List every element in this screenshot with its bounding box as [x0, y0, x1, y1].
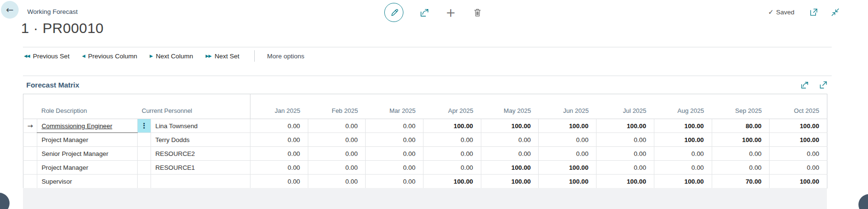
- forecast-value-cell[interactable]: 0.00: [366, 175, 423, 188]
- delete-button[interactable]: [471, 3, 484, 22]
- forecast-value-cell[interactable]: 0.00: [308, 133, 366, 147]
- forecast-value-cell[interactable]: 0.00: [423, 133, 481, 147]
- forecast-value-cell[interactable]: 0.00: [539, 133, 597, 147]
- column-header-oct-2025: Oct 2025: [770, 94, 827, 119]
- column-header-current-personnel: Current Personnel: [138, 94, 250, 119]
- forecast-value-cell[interactable]: 80.00: [712, 119, 770, 133]
- next-record-button[interactable]: [858, 194, 868, 209]
- row-indicator-cell[interactable]: [23, 175, 37, 188]
- forecast-value-cell[interactable]: 0.00: [654, 161, 712, 175]
- forecast-value-cell[interactable]: 100.00: [654, 119, 712, 133]
- forecast-value-cell[interactable]: 0.00: [423, 161, 481, 175]
- row-indicator-cell[interactable]: [23, 133, 37, 147]
- forecast-value-cell[interactable]: 0.00: [481, 147, 539, 161]
- role-description-cell[interactable]: Supervisor: [37, 175, 138, 188]
- forecast-matrix-table: Role Description Current Personnel Jan 2…: [23, 94, 827, 188]
- forecast-value-cell[interactable]: 0.00: [308, 119, 366, 133]
- role-description-cell[interactable]: Senior Project Manager: [37, 147, 138, 161]
- matrix-share-button[interactable]: [799, 79, 810, 91]
- forecast-value-cell[interactable]: 0.00: [770, 161, 827, 175]
- edit-button[interactable]: [384, 3, 403, 22]
- matrix-row: Project ManagerTerry Dodds0.000.000.000.…: [23, 133, 827, 147]
- content-background: [23, 188, 827, 209]
- forecast-value-cell[interactable]: 100.00: [712, 133, 770, 147]
- forecast-value-cell[interactable]: 0.00: [250, 133, 308, 147]
- forecast-value-cell[interactable]: 0.00: [250, 119, 308, 133]
- forecast-value-cell[interactable]: 0.00: [250, 161, 308, 175]
- forecast-value-cell[interactable]: 0.00: [481, 133, 539, 147]
- new-button[interactable]: +: [445, 3, 457, 22]
- row-options-cell: [138, 175, 151, 188]
- nav-next-column-button[interactable]: ▶Next Column: [143, 49, 199, 63]
- forecast-value-cell[interactable]: 0.00: [366, 161, 423, 175]
- forecast-value-cell[interactable]: 100.00: [481, 161, 539, 175]
- forecast-value-cell[interactable]: 100.00: [539, 119, 597, 133]
- forecast-value-cell[interactable]: 100.00: [481, 119, 539, 133]
- column-header-jun-2025: Jun 2025: [539, 94, 597, 119]
- forecast-value-cell[interactable]: 100.00: [423, 175, 481, 188]
- forecast-value-cell[interactable]: 0.00: [308, 147, 366, 161]
- nav-previous-set-button[interactable]: ◀◀Previous Set: [23, 49, 76, 63]
- forecast-value-cell[interactable]: 100.00: [770, 119, 827, 133]
- forecast-value-cell[interactable]: 100.00: [597, 119, 654, 133]
- forecast-value-cell[interactable]: 70.00: [712, 175, 770, 188]
- forecast-value-cell[interactable]: 0.00: [597, 133, 654, 147]
- current-personnel-cell[interactable]: Terry Dodds: [151, 133, 250, 147]
- open-in-new-window-button[interactable]: [807, 2, 820, 22]
- window-controls: ✓ Saved: [768, 0, 841, 24]
- nav-next-set-button[interactable]: ▶▶Next Set: [199, 49, 246, 63]
- row-indicator-cell[interactable]: [23, 161, 37, 175]
- share-icon: [419, 7, 430, 18]
- previous-record-button[interactable]: [0, 193, 10, 209]
- forecast-value-cell[interactable]: 0.00: [366, 133, 423, 147]
- row-indicator-cell[interactable]: [23, 147, 37, 161]
- section-title: Forecast Matrix: [26, 81, 79, 89]
- forecast-value-cell[interactable]: 0.00: [250, 147, 308, 161]
- collapse-button[interactable]: [829, 2, 841, 22]
- column-header-role-description: Role Description: [37, 94, 138, 119]
- forecast-value-cell[interactable]: 0.00: [308, 161, 366, 175]
- column-header-jul-2025: Jul 2025: [597, 94, 654, 119]
- forecast-value-cell[interactable]: 100.00: [770, 133, 827, 147]
- forecast-value-cell[interactable]: 0.00: [654, 147, 712, 161]
- column-header-feb-2025: Feb 2025: [308, 94, 366, 119]
- matrix-toolbar: ◀◀Previous Set◀Previous Column▶Next Colu…: [23, 47, 311, 65]
- current-personnel-cell[interactable]: RESOURCE1: [151, 161, 250, 175]
- forecast-value-cell[interactable]: 0.00: [597, 161, 654, 175]
- forecast-value-cell[interactable]: 0.00: [250, 175, 308, 188]
- row-options-button[interactable]: ⋮: [138, 119, 151, 133]
- forecast-value-cell[interactable]: 0.00: [308, 175, 366, 188]
- forecast-value-cell[interactable]: 100.00: [539, 161, 597, 175]
- share-button[interactable]: [418, 3, 430, 22]
- open-in-new-window-icon: [809, 7, 819, 17]
- role-description-cell[interactable]: Commissioning Engineer: [37, 119, 138, 133]
- matrix-expand-button[interactable]: [817, 79, 829, 91]
- forecast-value-cell[interactable]: 0.00: [712, 147, 770, 161]
- forecast-value-cell[interactable]: 0.00: [366, 119, 423, 133]
- more-options-button[interactable]: More options: [260, 53, 311, 60]
- nav-previous-column-button[interactable]: ◀Previous Column: [76, 49, 143, 63]
- forecast-value-cell[interactable]: 0.00: [770, 147, 827, 161]
- forecast-value-cell[interactable]: 100.00: [654, 175, 712, 188]
- forecast-value-cell[interactable]: 0.00: [597, 147, 654, 161]
- forecast-value-cell[interactable]: 0.00: [712, 161, 770, 175]
- current-personnel-cell[interactable]: [151, 175, 250, 188]
- forecast-value-cell[interactable]: 100.00: [597, 175, 654, 188]
- matrix-row: Project ManagerRESOURCE10.000.000.000.00…: [23, 161, 827, 175]
- current-personnel-cell[interactable]: Lina Townsend: [151, 119, 250, 133]
- forecast-value-cell[interactable]: 100.00: [654, 133, 712, 147]
- back-button[interactable]: ←: [1, 1, 19, 19]
- forecast-value-cell[interactable]: 100.00: [539, 175, 597, 188]
- role-description-cell[interactable]: Project Manager: [37, 161, 138, 175]
- row-indicator-cell[interactable]: →: [23, 119, 37, 133]
- forecast-value-cell[interactable]: 100.00: [481, 175, 539, 188]
- forecast-value-cell[interactable]: 0.00: [423, 147, 481, 161]
- forecast-value-cell[interactable]: 0.00: [539, 147, 597, 161]
- forecast-value-cell[interactable]: 100.00: [423, 119, 481, 133]
- forecast-value-cell[interactable]: 0.00: [366, 147, 423, 161]
- column-nav-buttons: ◀◀Previous Set◀Previous Column▶Next Colu…: [23, 49, 246, 63]
- current-personnel-cell[interactable]: RESOURCE2: [151, 147, 250, 161]
- plus-icon: +: [446, 7, 456, 19]
- forecast-value-cell[interactable]: 100.00: [770, 175, 827, 188]
- role-description-cell[interactable]: Project Manager: [37, 133, 138, 147]
